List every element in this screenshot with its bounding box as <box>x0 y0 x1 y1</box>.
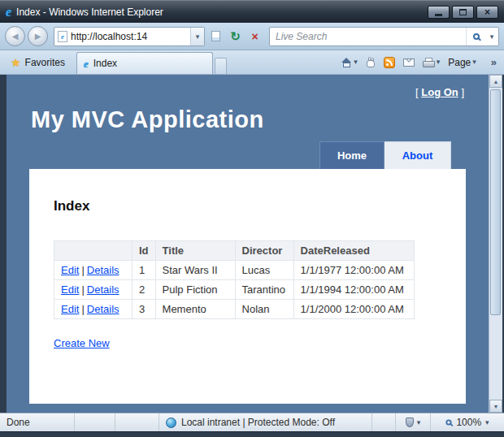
star-icon: ★ <box>11 57 21 68</box>
chevron-down-icon: ▾ <box>437 58 441 66</box>
tab-index[interactable]: e Index <box>76 52 213 74</box>
ie-logo-icon: e <box>84 58 89 69</box>
zoom-icon <box>446 419 452 425</box>
cell-datereleased: 1/1/1994 12:00:00 AM <box>293 280 414 300</box>
mail-icon <box>403 58 415 67</box>
status-bar: Done Local intranet | Protected Mode: Of… <box>0 413 504 431</box>
status-segment <box>75 413 115 431</box>
chevron-down-icon: ▾ <box>485 419 489 426</box>
menu-tab-about[interactable]: About <box>385 141 451 169</box>
page-viewport: [ Log On ] My MVC Application Home About… <box>0 75 504 413</box>
maximize-button[interactable] <box>452 6 474 19</box>
login-display: [ Log On ] <box>7 86 464 98</box>
zoom-level: 100% <box>456 417 481 428</box>
title-bar: e Index - Windows Internet Explorer × <box>0 0 504 23</box>
status-segment <box>115 413 159 431</box>
rss-icon <box>384 57 395 68</box>
status-text: Done <box>7 417 30 428</box>
chevron-down-icon: ▾ <box>196 32 200 41</box>
chevron-down-icon: ▾ <box>417 419 421 426</box>
search-options-dropdown[interactable]: ▾ <box>485 28 498 45</box>
back-icon: ◀ <box>12 32 19 41</box>
table-row: Edit|Details 2 Pulp Fiction Tarantino 1/… <box>54 280 415 300</box>
header-actions <box>54 241 133 261</box>
favorites-button[interactable]: ★ Favorites <box>4 53 72 72</box>
scroll-thumb[interactable] <box>490 89 501 315</box>
details-link[interactable]: Details <box>87 264 119 276</box>
zoom-control[interactable]: 100% ▾ <box>431 413 504 431</box>
edit-link[interactable]: Edit <box>61 303 79 315</box>
back-button[interactable]: ◀ <box>5 26 25 46</box>
window-frame-left <box>0 75 7 413</box>
stop-button[interactable]: × <box>246 27 263 45</box>
hand-icon <box>366 57 376 67</box>
page-title: Index <box>54 198 441 214</box>
cell-title: Star Wars II <box>155 261 235 280</box>
home-icon <box>341 58 352 67</box>
security-zone: Local intranet | Protected Mode: Off <box>159 413 372 431</box>
scroll-down-icon: ▼ <box>493 404 499 409</box>
cell-id: 1 <box>133 261 156 280</box>
movies-table: Id Title Director DateReleased Edit|Deta… <box>54 240 415 319</box>
main-menu: Home About <box>29 141 451 169</box>
cell-director: Nolan <box>235 300 293 319</box>
window-title: Index - Windows Internet Explorer <box>16 6 423 18</box>
close-button[interactable]: × <box>476 6 498 19</box>
toolbar-overflow-button[interactable]: » <box>491 56 497 68</box>
action-separator: | <box>81 283 84 296</box>
address-history-dropdown[interactable]: ▾ <box>190 28 204 45</box>
scroll-down-button[interactable]: ▼ <box>489 400 502 413</box>
forward-button[interactable]: ▶ <box>28 26 48 46</box>
search-input[interactable] <box>270 31 466 42</box>
forward-icon: ▶ <box>35 32 41 41</box>
pan-hand-button[interactable] <box>366 57 376 67</box>
action-separator: | <box>81 264 84 276</box>
logon-link[interactable]: Log On <box>421 86 458 98</box>
scroll-up-button[interactable]: ▲ <box>489 75 502 88</box>
favorites-tab-bar: ★ Favorites e Index ▾ ▾ <box>0 50 504 75</box>
search-button[interactable] <box>466 28 485 45</box>
edit-link[interactable]: Edit <box>61 264 79 276</box>
compatibility-view-button[interactable] <box>207 27 224 45</box>
refresh-button[interactable]: ↻ <box>227 27 244 45</box>
details-link[interactable]: Details <box>87 283 119 296</box>
header-datereleased: DateReleased <box>293 241 414 261</box>
cell-title: Pulp Fiction <box>155 280 235 300</box>
logon-suffix: ] <box>458 86 464 98</box>
header-director: Director <box>235 241 293 261</box>
feeds-button[interactable] <box>384 57 395 68</box>
row-actions: Edit|Details <box>54 300 133 319</box>
window-controls: × <box>428 6 498 19</box>
read-mail-button[interactable] <box>403 58 415 67</box>
edit-link[interactable]: Edit <box>61 283 79 296</box>
navigation-bar: ◀ ▶ e ▾ ↻ × ▾ <box>0 23 504 50</box>
header-id: Id <box>133 241 156 261</box>
page-menu-button[interactable]: Page ▾ <box>448 57 476 68</box>
address-input[interactable] <box>71 31 190 42</box>
details-link[interactable]: Details <box>87 303 119 315</box>
chevron-down-icon: ▾ <box>354 58 358 66</box>
print-button[interactable]: ▾ <box>423 58 441 67</box>
home-button[interactable]: ▾ <box>341 58 358 67</box>
search-icon <box>473 33 480 40</box>
scroll-track[interactable] <box>489 88 502 400</box>
security-report-button[interactable]: ▾ <box>395 413 431 431</box>
tab-label: Index <box>93 58 117 69</box>
stop-icon: × <box>251 31 258 42</box>
refresh-icon: ↻ <box>230 30 241 42</box>
table-row: Edit|Details 3 Memento Nolan 1/1/2000 12… <box>54 300 415 319</box>
minimize-button[interactable] <box>428 6 450 19</box>
menu-tab-home[interactable]: Home <box>319 141 385 169</box>
cell-id: 2 <box>133 280 156 300</box>
globe-icon <box>166 418 176 428</box>
close-icon: × <box>484 7 490 17</box>
row-actions: Edit|Details <box>54 261 133 280</box>
chevron-down-icon: ▾ <box>472 58 476 66</box>
cell-datereleased: 1/1/1977 12:00:00 AM <box>293 261 414 280</box>
cell-director: Tarantino <box>235 280 293 300</box>
vertical-scrollbar[interactable]: ▲ ▼ <box>489 75 502 413</box>
create-new-link[interactable]: Create New <box>54 337 110 349</box>
address-bar: e ▾ <box>54 27 205 46</box>
address-page-icon: e <box>58 31 67 42</box>
new-tab-button[interactable] <box>215 58 227 74</box>
